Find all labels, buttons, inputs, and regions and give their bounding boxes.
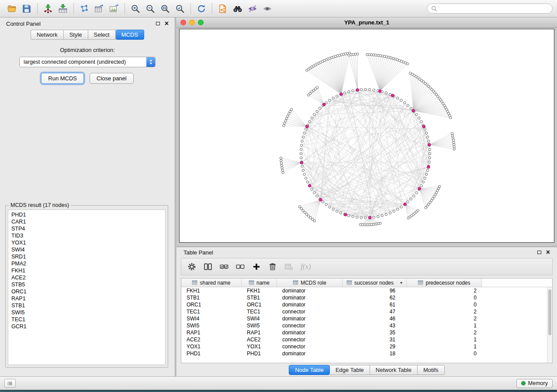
mcds-result-item[interactable]: YOX1: [11, 239, 162, 246]
column-header-successor-nodes[interactable]: successor nodes▾: [343, 279, 407, 287]
colgrid-icon: [293, 280, 298, 285]
binoculars-icon: [233, 4, 242, 14]
table-row[interactable]: PHD1PHD1dominator180: [181, 350, 552, 357]
tab-network-table[interactable]: Network Table: [370, 365, 418, 375]
table-cell: RAP1: [242, 330, 277, 336]
show-columns-button[interactable]: [204, 262, 212, 271]
mcds-result-item[interactable]: TID3: [11, 232, 162, 239]
close-control-panel-icon[interactable]: ×: [165, 20, 169, 27]
mcds-result-item[interactable]: STB5: [11, 281, 162, 288]
close-panel-button[interactable]: Close panel: [90, 73, 134, 84]
column-header-name[interactable]: name: [242, 279, 277, 287]
table-row[interactable]: TEC1TEC1connector472: [181, 308, 552, 315]
mcds-result-item[interactable]: CAR1: [11, 218, 162, 225]
table-row[interactable]: ACE2ACE2connector311: [181, 336, 552, 343]
minimize-window-icon[interactable]: [189, 20, 195, 25]
colgrid-icon: [249, 280, 254, 285]
tab-network[interactable]: Network: [31, 30, 64, 40]
find-button[interactable]: [231, 2, 245, 15]
zoom-out-button[interactable]: [143, 2, 157, 15]
search-box[interactable]: [427, 3, 553, 14]
mcds-result-item[interactable]: PMA2: [11, 260, 162, 267]
table-cell: dominator: [277, 351, 343, 357]
delete-column-button[interactable]: [268, 262, 277, 271]
mcds-result-item[interactable]: SWI5: [11, 309, 162, 316]
mcds-result-item[interactable]: STP4: [11, 225, 162, 232]
new-network-button[interactable]: [77, 2, 91, 15]
toolbar-separator: [73, 3, 74, 14]
close-table-panel-icon[interactable]: ×: [546, 249, 550, 256]
tab-edge-table[interactable]: Edge Table: [330, 365, 370, 375]
tab-style[interactable]: Style: [64, 30, 88, 40]
export-image-button[interactable]: [107, 2, 121, 15]
mcds-result-item[interactable]: TEC1: [11, 316, 162, 323]
toolbar-separator: [212, 3, 212, 14]
import-network-button[interactable]: [41, 2, 55, 15]
zoom-fit-button[interactable]: [158, 2, 172, 15]
mcds-result-item[interactable]: PHD1: [11, 211, 162, 218]
table-cell: SWI4: [242, 316, 277, 322]
check-all-icon: [220, 262, 228, 271]
maximize-window-icon[interactable]: [198, 20, 204, 25]
sort-caret-icon[interactable]: ▾: [400, 280, 402, 285]
search-input[interactable]: [440, 5, 548, 12]
mcds-result-list[interactable]: PHD1CAR1STP4TID3YOX1SWI4SRD1PMA2FKH1ACE2…: [8, 210, 166, 365]
column-label: predecessor nodes: [426, 280, 470, 286]
run-mcds-button[interactable]: Run MCDS: [41, 73, 84, 84]
network-window-titlebar[interactable]: YPA_prune.txt_1: [176, 17, 557, 28]
open-session-button[interactable]: [5, 2, 19, 15]
trash-icon: [268, 262, 277, 271]
mcds-result-item[interactable]: ACE2: [11, 274, 162, 281]
mcds-result-item[interactable]: RAP1: [11, 295, 162, 302]
new-img-icon: [109, 4, 119, 14]
optimization-criterion-select[interactable]: largest connected component (undirected): [19, 57, 156, 67]
tab-mcds[interactable]: MCDS: [116, 30, 144, 40]
table-row[interactable]: ORC1ORC1dominator610: [181, 301, 552, 308]
network-graph[interactable]: [180, 29, 554, 242]
network-and-table-area: YPA_prune.txt_1 Table Panel × f(x) share…: [176, 17, 557, 376]
float-table-panel-icon[interactable]: [537, 251, 541, 254]
table-row[interactable]: SWI5SWI5connector431: [181, 322, 552, 329]
table-row[interactable]: RAP1RAP1dominator352: [181, 329, 552, 336]
network-canvas[interactable]: [179, 29, 554, 243]
mcds-result-item[interactable]: SWI4: [11, 246, 162, 253]
zoom-selected-button[interactable]: [173, 2, 187, 15]
tab-select[interactable]: Select: [88, 30, 116, 40]
refresh-button[interactable]: [194, 2, 208, 15]
mcds-result-item[interactable]: ORC1: [11, 288, 162, 295]
zoom-in-button[interactable]: [128, 2, 142, 15]
add-column-button[interactable]: [252, 262, 261, 271]
table-row[interactable]: FKH1FKH1dominator962: [181, 287, 552, 294]
status-menu-button[interactable]: [4, 379, 16, 388]
import-table-button[interactable]: [56, 2, 70, 15]
import-table-icon: [58, 4, 68, 14]
export-table-button[interactable]: [92, 2, 106, 15]
table-row[interactable]: SWI4SWI4dominator462: [181, 315, 552, 322]
column-header-shared-name[interactable]: shared name: [181, 279, 242, 287]
mcds-result-item[interactable]: GCR1: [11, 323, 162, 330]
column-header-mcds-role[interactable]: MCDS role: [277, 279, 343, 287]
memory-button[interactable]: Memory: [516, 379, 553, 388]
table-scrollbar[interactable]: [547, 287, 552, 363]
mcds-result-item[interactable]: FKH1: [11, 267, 162, 274]
tab-node-table[interactable]: Node Table: [289, 365, 330, 375]
show-panel-button[interactable]: [260, 2, 274, 15]
float-control-panel-icon[interactable]: [156, 22, 160, 25]
table-cell: 1: [407, 337, 482, 343]
table-settings-button[interactable]: [187, 262, 196, 271]
mcds-result-item[interactable]: SRD1: [11, 253, 162, 260]
table-row[interactable]: STB1STB1dominator620: [181, 294, 552, 301]
close-window-icon[interactable]: [180, 20, 186, 25]
deselect-all-columns-button[interactable]: [236, 262, 245, 271]
table-row[interactable]: YOX1YOX1connector291: [181, 343, 552, 350]
hide-panel-button[interactable]: [246, 2, 259, 15]
colgrid-icon: [192, 280, 197, 285]
function-icon: f(x): [301, 262, 311, 271]
tab-motifs[interactable]: Motifs: [418, 365, 445, 375]
select-all-columns-button[interactable]: [220, 262, 228, 271]
save-session-button[interactable]: [20, 2, 34, 15]
column-header-predecessor-nodes[interactable]: predecessor nodes: [407, 279, 482, 287]
scrollbar-thumb[interactable]: [548, 289, 551, 335]
share-document-button[interactable]: [216, 2, 230, 15]
mcds-result-item[interactable]: STB1: [11, 302, 162, 309]
